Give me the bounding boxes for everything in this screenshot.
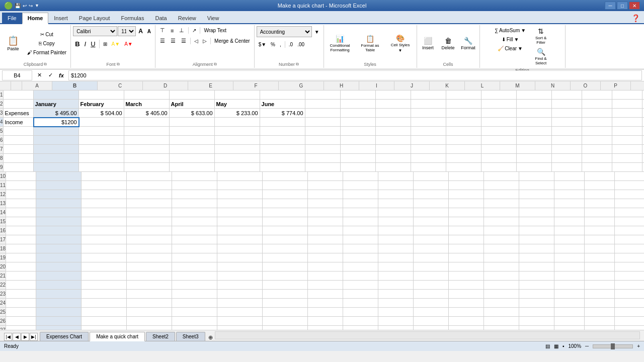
cell-G23[interactable] [263, 290, 308, 299]
cell-C26[interactable] [82, 317, 127, 326]
col-header-j[interactable]: J [394, 81, 430, 90]
cell-H26[interactable] [308, 317, 343, 326]
col-header-l[interactable]: L [465, 81, 500, 90]
cell-B13[interactable] [36, 199, 82, 208]
sheet-nav-last[interactable]: ▶| [30, 333, 38, 341]
cell-C10[interactable] [82, 172, 127, 181]
underline-button[interactable]: U [89, 39, 97, 49]
cell-P3[interactable] [582, 109, 612, 118]
cell-N13[interactable] [519, 199, 554, 208]
cell-D2[interactable]: March [124, 100, 170, 109]
cell-G16[interactable] [263, 226, 308, 235]
col-header-g[interactable]: G [279, 81, 324, 90]
cell-P22[interactable] [585, 281, 615, 290]
cell-O19[interactable] [554, 253, 585, 262]
cell-M15[interactable] [484, 217, 519, 226]
cell-N4[interactable] [517, 118, 552, 127]
cell-D3[interactable]: $ 405.00 [124, 109, 170, 118]
cell-P20[interactable] [585, 262, 615, 272]
cell-Q11[interactable] [615, 181, 644, 190]
cell-L2[interactable] [446, 100, 481, 109]
cell-K8[interactable] [411, 154, 446, 163]
cell-E5[interactable] [170, 127, 215, 136]
align-right-button[interactable]: ☰ [179, 37, 189, 45]
cell-M2[interactable] [481, 100, 517, 109]
cell-N11[interactable] [519, 181, 554, 190]
decimal-decrease-button[interactable]: .00 [295, 40, 306, 49]
cell-A18[interactable] [6, 244, 36, 253]
cell-M5[interactable] [481, 127, 517, 136]
clear-button[interactable]: 🧹 Clear ▼ [493, 44, 528, 53]
cell-L11[interactable] [449, 181, 484, 190]
cell-N26[interactable] [519, 317, 554, 326]
cell-I22[interactable] [343, 281, 378, 290]
cell-L8[interactable] [446, 154, 481, 163]
cell-O10[interactable] [554, 172, 585, 181]
conditional-formatting-button[interactable]: 📊 Conditional Formatting [326, 29, 354, 59]
cell-K24[interactable] [414, 299, 449, 308]
cell-M27[interactable] [484, 326, 519, 330]
cell-Q17[interactable] [615, 235, 644, 244]
decimal-increase-button[interactable]: .0 [287, 40, 295, 49]
cell-A13[interactable] [6, 199, 36, 208]
cell-N23[interactable] [519, 290, 554, 299]
cell-A9[interactable] [4, 163, 34, 172]
cell-G20[interactable] [263, 262, 308, 272]
cell-Q21[interactable] [615, 272, 644, 281]
cell-M23[interactable] [484, 290, 519, 299]
cell-O9[interactable] [552, 163, 582, 172]
cell-M12[interactable] [484, 190, 519, 199]
cell-G1[interactable] [260, 90, 305, 100]
cell-H18[interactable] [308, 244, 343, 253]
cell-L20[interactable] [449, 262, 484, 272]
cell-A12[interactable] [6, 190, 36, 199]
cell-K12[interactable] [414, 190, 449, 199]
cell-D27[interactable] [127, 326, 172, 330]
row-header-17[interactable]: 17 [0, 235, 6, 244]
cell-J17[interactable] [378, 235, 414, 244]
cell-H8[interactable] [305, 154, 341, 163]
cell-J1[interactable] [376, 90, 411, 100]
cell-Q4[interactable] [612, 118, 642, 127]
cell-O6[interactable] [552, 136, 582, 145]
cell-M17[interactable] [484, 235, 519, 244]
font-shrink-button[interactable]: A [145, 27, 153, 36]
cell-D21[interactable] [127, 272, 172, 281]
cell-R6[interactable] [642, 136, 644, 145]
cell-I25[interactable] [343, 308, 378, 317]
cell-Q5[interactable] [612, 127, 642, 136]
cell-I15[interactable] [343, 217, 378, 226]
cell-C14[interactable] [82, 208, 127, 217]
cell-M20[interactable] [484, 262, 519, 272]
cell-O22[interactable] [554, 281, 585, 290]
cell-B23[interactable] [36, 290, 82, 299]
cell-C11[interactable] [82, 181, 127, 190]
row-header-16[interactable]: 16 [0, 226, 6, 235]
cell-G19[interactable] [263, 253, 308, 262]
cell-A17[interactable] [6, 235, 36, 244]
formula-cancel-button[interactable]: ✕ [34, 71, 44, 80]
cell-E25[interactable] [172, 308, 217, 317]
cell-F24[interactable] [217, 299, 263, 308]
cell-I18[interactable] [343, 244, 378, 253]
cell-E15[interactable] [172, 217, 217, 226]
cell-L22[interactable] [449, 281, 484, 290]
cell-N1[interactable] [517, 90, 552, 100]
cell-M19[interactable] [484, 253, 519, 262]
cell-M7[interactable] [481, 145, 517, 154]
cell-E22[interactable] [172, 281, 217, 290]
cell-J26[interactable] [378, 317, 414, 326]
row-header-21[interactable]: 21 [0, 272, 6, 281]
cell-I24[interactable] [343, 299, 378, 308]
align-center-button[interactable]: ☰ [168, 37, 178, 45]
cell-F26[interactable] [217, 317, 263, 326]
cell-D16[interactable] [127, 226, 172, 235]
cell-K3[interactable] [411, 109, 446, 118]
cell-R7[interactable] [642, 145, 644, 154]
cell-F15[interactable] [217, 217, 263, 226]
cell-M11[interactable] [484, 181, 519, 190]
cell-I10[interactable] [343, 172, 378, 181]
cell-C22[interactable] [82, 281, 127, 290]
cell-H14[interactable] [308, 208, 343, 217]
cell-P1[interactable] [582, 90, 612, 100]
